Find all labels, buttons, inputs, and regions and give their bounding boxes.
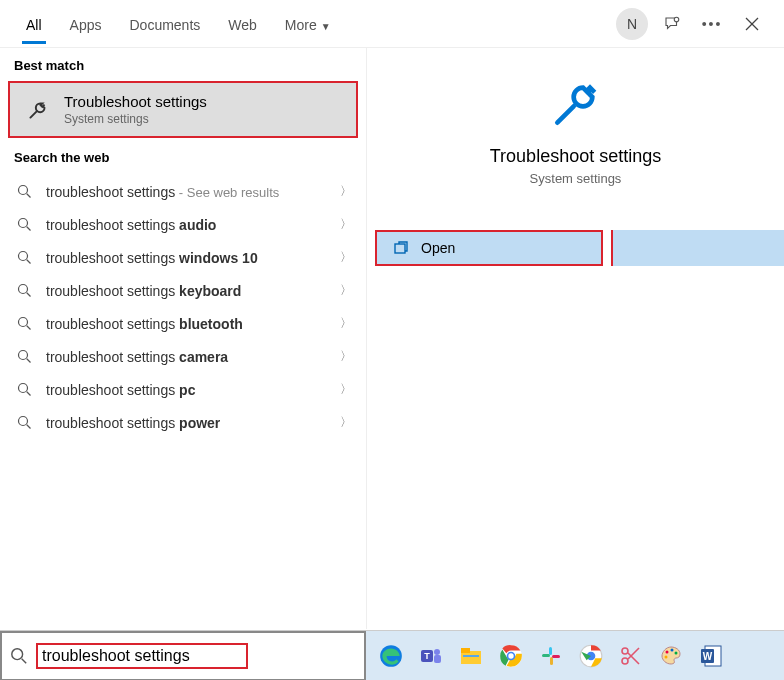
svg-rect-21 [395,244,405,253]
svg-point-45 [666,650,669,653]
tab-apps[interactable]: Apps [56,5,116,43]
search-icon [14,349,34,364]
web-result-text: troubleshoot settings power [46,415,340,431]
search-icon [14,415,34,430]
search-icon [14,250,34,265]
svg-point-6 [18,219,27,228]
svg-text:W: W [703,651,713,662]
web-result-text: troubleshoot settings camera [46,349,340,365]
wrench-icon [24,96,52,124]
taskbar: T W [366,631,784,680]
web-results-list: troubleshoot settings - See web results〉… [0,171,366,443]
svg-line-17 [26,392,30,396]
search-input[interactable] [42,647,242,665]
taskbar-explorer-icon[interactable] [454,639,488,673]
tab-more[interactable]: More▼ [271,5,345,43]
chevron-right-icon: 〉 [340,216,352,233]
taskbar-edge-icon[interactable] [374,639,408,673]
bottom-bar: T W [0,630,784,680]
web-result-text: troubleshoot settings audio [46,217,340,233]
web-result-text: troubleshoot settings bluetooth [46,316,340,332]
svg-point-0 [674,17,679,22]
svg-point-47 [675,651,678,654]
web-result-item[interactable]: troubleshoot settings audio〉 [0,208,366,241]
web-result-item[interactable]: troubleshoot settings - See web results〉 [0,175,366,208]
web-result-item[interactable]: troubleshoot settings pc〉 [0,373,366,406]
svg-rect-36 [542,654,550,657]
taskbar-paint-icon[interactable] [654,639,688,673]
search-icon [14,283,34,298]
web-result-item[interactable]: troubleshoot settings bluetooth〉 [0,307,366,340]
svg-rect-31 [463,655,479,657]
tab-all[interactable]: All [12,5,56,43]
taskbar-snip-icon[interactable] [614,639,648,673]
preview-subtitle: System settings [387,171,764,186]
tab-documents[interactable]: Documents [115,5,214,43]
chevron-right-icon: 〉 [340,282,352,299]
svg-line-15 [26,359,30,363]
svg-point-22 [12,649,23,660]
taskbar-teams-icon[interactable]: T [414,639,448,673]
web-result-text: troubleshoot settings keyboard [46,283,340,299]
web-result-item[interactable]: troubleshoot settings windows 10〉 [0,241,366,274]
svg-point-14 [18,351,27,360]
open-icon [391,240,411,256]
close-button[interactable] [732,4,772,44]
action-extension[interactable] [611,230,784,266]
svg-line-19 [26,425,30,429]
web-result-text: troubleshoot settings windows 10 [46,250,340,266]
svg-point-41 [622,658,628,664]
search-icon [14,217,34,232]
taskbar-word-icon[interactable]: W [694,639,728,673]
web-result-text: troubleshoot settings - See web results [46,184,340,200]
best-match-subtitle: System settings [64,112,342,126]
svg-point-12 [18,318,27,327]
svg-line-13 [26,326,30,330]
more-options-icon[interactable]: ••• [692,4,732,44]
web-result-item[interactable]: troubleshoot settings camera〉 [0,340,366,373]
svg-line-7 [26,227,30,231]
section-best-match: Best match [0,48,366,79]
preview-title: Troubleshoot settings [387,146,764,167]
preview-panel: Troubleshoot settings System settings Op… [366,48,784,629]
section-search-web: Search the web [0,140,366,171]
best-match-item[interactable]: Troubleshoot settings System settings [8,81,358,138]
svg-point-27 [434,649,440,655]
svg-point-8 [18,252,27,261]
chevron-right-icon: 〉 [340,315,352,332]
taskbar-chrome-alt-icon[interactable] [574,639,608,673]
svg-rect-35 [549,647,552,655]
chevron-right-icon: 〉 [340,348,352,365]
svg-line-20 [557,106,573,122]
web-result-item[interactable]: troubleshoot settings power〉 [0,406,366,439]
tabs-header: All Apps Documents Web More▼ N ••• [0,0,784,48]
web-result-text: troubleshoot settings pc [46,382,340,398]
svg-line-9 [26,260,30,264]
svg-line-3 [30,111,37,118]
tab-web[interactable]: Web [214,5,271,43]
svg-rect-28 [434,655,441,663]
svg-line-44 [628,648,639,659]
feedback-icon[interactable] [652,4,692,44]
svg-rect-37 [550,657,553,665]
user-avatar[interactable]: N [616,8,648,40]
svg-point-18 [18,417,27,426]
taskbar-chrome-icon[interactable] [494,639,528,673]
svg-point-34 [508,653,513,658]
taskbar-slack-icon[interactable] [534,639,568,673]
search-icon [14,184,34,199]
open-action[interactable]: Open [377,232,601,264]
svg-point-4 [18,186,27,195]
search-icon [14,382,34,397]
svg-point-16 [18,384,27,393]
svg-line-43 [628,653,639,664]
search-icon [14,316,34,331]
web-result-item[interactable]: troubleshoot settings keyboard〉 [0,274,366,307]
svg-line-5 [26,194,30,198]
search-icon [10,647,28,665]
svg-point-48 [665,655,668,658]
svg-point-10 [18,285,27,294]
open-action-label: Open [421,240,455,256]
wrench-icon-large [548,76,604,132]
search-box[interactable] [0,631,366,680]
